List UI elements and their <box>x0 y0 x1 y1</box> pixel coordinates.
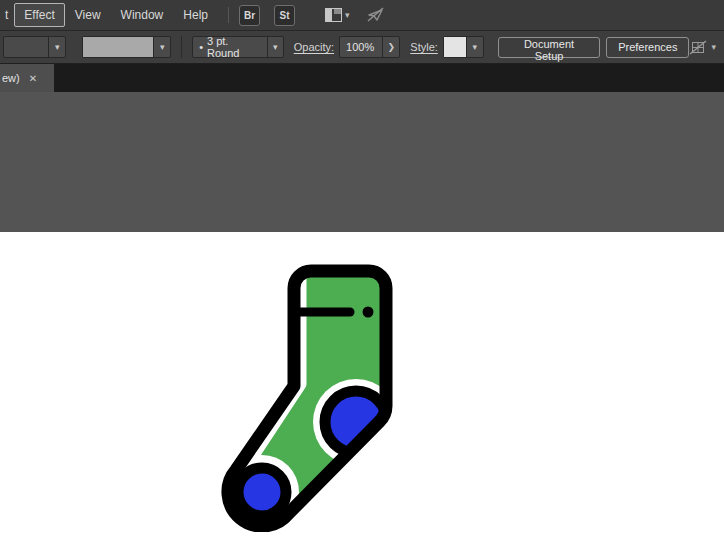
document-setup-button[interactable]: Document Setup <box>498 37 600 58</box>
opacity-value: 100% <box>340 37 382 57</box>
close-icon[interactable]: ✕ <box>29 73 37 84</box>
document-tab[interactable]: ew) ✕ <box>0 64 54 92</box>
share-status-button[interactable] <box>366 7 386 23</box>
menu-item-window[interactable]: Window <box>111 3 174 27</box>
preferences-button[interactable]: Preferences <box>606 37 689 58</box>
profile-value <box>4 37 48 57</box>
chevron-down-icon: ▾ <box>267 37 283 57</box>
align-options-group[interactable]: ▾ <box>689 40 716 55</box>
control-separator <box>181 36 182 58</box>
chevron-down-icon: ▾ <box>711 43 716 52</box>
document-tab-title: ew) <box>2 72 20 84</box>
stroke-profile-swatch <box>83 37 153 57</box>
chevron-down-icon: ▾ <box>345 11 350 20</box>
chevron-down-icon: ▾ <box>153 37 170 57</box>
style-link[interactable]: Style: <box>410 41 438 53</box>
graphic-style-swatch <box>444 37 466 57</box>
variable-width-profile-dropdown[interactable]: ▾ <box>3 36 66 58</box>
chevron-down-icon: ▾ <box>48 37 65 57</box>
opacity-link[interactable]: Opacity: <box>294 41 334 53</box>
menu-bar: t Effect View Window Help Br St ▾ <box>0 0 724 30</box>
brush-name: 3 pt. Round <box>205 37 267 57</box>
menu-item-help[interactable]: Help <box>173 3 218 27</box>
menu-item-truncated[interactable]: t <box>2 3 14 27</box>
snap-to-pixel-icon <box>689 40 708 55</box>
share-offline-icon <box>366 7 386 23</box>
brush-definition-dropdown[interactable]: • 3 pt. Round ▾ <box>192 36 284 58</box>
stroke-profile-preview-dropdown[interactable]: ▾ <box>82 36 171 58</box>
menu-item-view[interactable]: View <box>65 3 111 27</box>
cuff-dot <box>363 307 374 318</box>
brushes-panel-button[interactable]: Br <box>239 5 260 26</box>
brush-dot-icon: • <box>193 37 205 57</box>
control-bar: ▾ ▾ • 3 pt. Round ▾ Opacity: 100% ❯ Styl… <box>0 30 724 64</box>
sock-artwork[interactable] <box>220 262 396 532</box>
opacity-field[interactable]: 100% ❯ <box>339 36 400 58</box>
toe-blue-patch <box>238 468 286 516</box>
document-tab-bar: ew) ✕ <box>0 64 724 92</box>
chevron-down-icon: ▾ <box>466 37 483 57</box>
sock-illustration <box>220 262 396 532</box>
menu-separator <box>228 7 229 23</box>
pasteboard <box>0 92 724 232</box>
graphic-style-dropdown[interactable]: ▾ <box>443 36 484 58</box>
styles-panel-button[interactable]: St <box>274 5 295 26</box>
chevron-right-icon: ❯ <box>382 37 399 57</box>
workspace-layout-icon <box>325 8 342 22</box>
workspace-switcher[interactable]: ▾ <box>325 8 350 22</box>
menu-item-effect[interactable]: Effect <box>14 3 64 27</box>
